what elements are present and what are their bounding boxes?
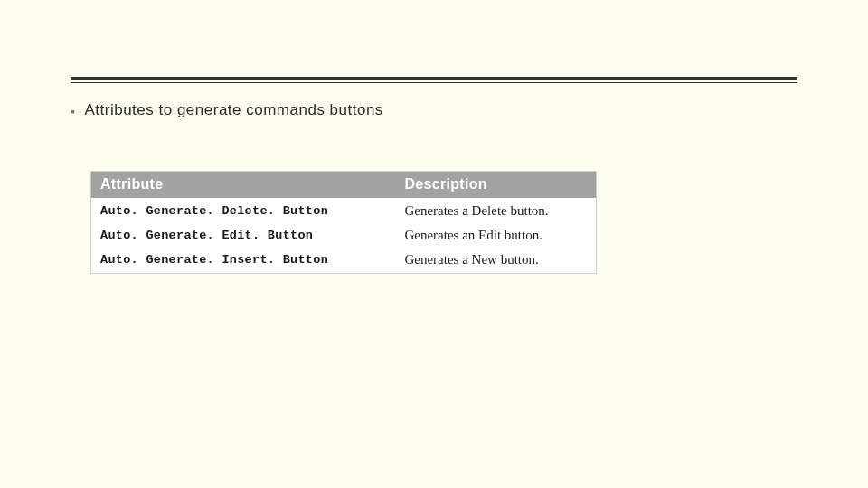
table-row: Auto. Generate. Insert. Button Generates… — [91, 249, 596, 273]
square-bullet-icon: ▪ — [71, 101, 75, 121]
attr-name: Auto. Generate. Delete. Button — [91, 198, 395, 224]
divider-light — [71, 82, 797, 83]
col-header-attribute: Attribute — [91, 172, 395, 198]
table-row: Auto. Generate. Delete. Button Generates… — [91, 198, 596, 224]
table-header-row: Attribute Description — [91, 172, 596, 198]
attr-desc: Generates a New button. — [395, 249, 596, 273]
slide: ▪ Attributes to generate commands button… — [0, 77, 868, 488]
bullet-text: Attributes to generate commands buttons — [84, 101, 382, 119]
attr-name: Auto. Generate. Insert. Button — [91, 249, 395, 273]
attributes-table: Attribute Description Auto. Generate. De… — [90, 171, 597, 274]
table-row: Auto. Generate. Edit. Button Generates a… — [91, 224, 596, 249]
col-header-description: Description — [395, 172, 596, 198]
bullet-line: ▪ Attributes to generate commands button… — [71, 101, 797, 121]
attr-name: Auto. Generate. Edit. Button — [91, 224, 395, 249]
attr-desc: Generates a Delete button. — [395, 198, 596, 224]
divider-heavy — [71, 77, 797, 80]
attr-desc: Generates an Edit button. — [395, 224, 596, 249]
